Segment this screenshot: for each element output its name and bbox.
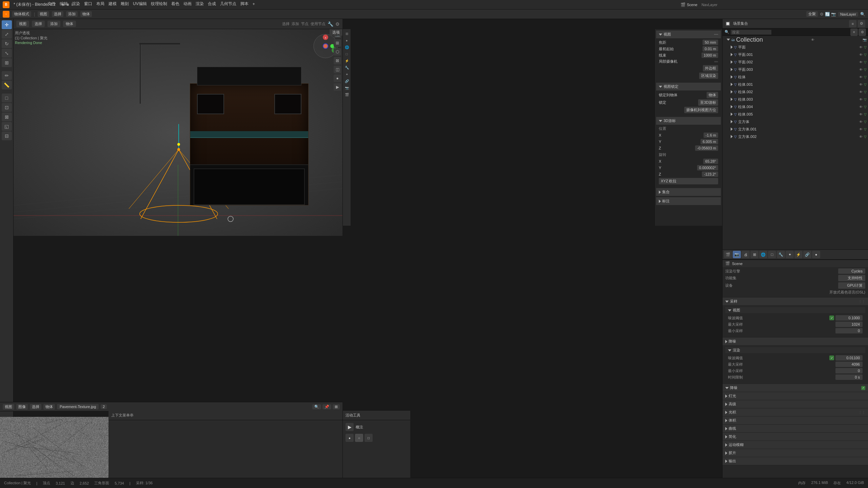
strip-icon-7[interactable]: ✦ [344,71,350,77]
options-btn[interactable]: 选项 [330,29,342,36]
max-samples-value[interactable]: 1024 [835,322,863,327]
viewport-select-btn[interactable]: 选择 [32,21,45,27]
outliner-item-plane[interactable]: ▽ 平面 👁 ▽ [723,43,868,51]
camera-to-view-value[interactable]: 摄像机到视图方位 [684,107,718,113]
image-editor-view-btn[interactable]: 视图 [3,404,14,410]
inset-tool[interactable]: ⊠ [2,113,12,121]
render-max-value[interactable]: 4096 [835,362,863,367]
material-icon-btn[interactable]: ● [812,251,820,258]
device-value[interactable]: GPU计算 [838,282,865,289]
outliner-item-cylinder[interactable]: ▽ 柱体 👁 ▽ [723,73,868,81]
strip-icon-6[interactable]: 🔧 [344,64,350,70]
add-menu-btn[interactable]: 添加 [66,11,78,17]
collection-eye-icon[interactable]: 👁 [811,38,814,42]
outliner-filter2-btn[interactable]: ⚙ [859,28,866,36]
strip-icon-1[interactable]: ⊞ [344,30,350,37]
strip-icon-9[interactable]: 📷 [344,85,350,91]
select-all-btn[interactable]: 全聚 [806,11,818,17]
strip-icon-5[interactable]: ⚡ [344,58,350,64]
view-layer-btn[interactable]: NavLayer [838,12,858,17]
image-editor-image-btn[interactable]: 图像 [16,404,28,410]
xray-btn[interactable]: ◫ [334,66,341,73]
view-menu-btn[interactable]: 视图 [38,11,49,17]
output-icon-btn[interactable]: 🖨 [742,251,750,258]
local-camera-value[interactable] [714,61,718,62]
outliner-settings-btn[interactable]: ⚙ [858,20,865,27]
extrude-tool[interactable]: ⊡ [2,103,12,112]
image-pin-btn[interactable]: 📌 [322,404,331,409]
perspective-btn[interactable]: ⊞ [334,39,341,47]
outliner-item-cube[interactable]: ▽ 立方体 👁 ▽ [723,118,868,125]
cursor-x-value[interactable]: -1.6 m [704,133,718,138]
menu-texture-paint[interactable]: 纹理绘制 [151,1,167,7]
menu-shading[interactable]: 着色 [171,1,179,7]
outliner-item-plane-003[interactable]: ▽ 平面.003 👁 ▽ [723,66,868,73]
volumes-section-header[interactable]: 体积 [723,416,868,425]
measure-tool[interactable]: 📏 [2,81,12,89]
annotations-section-header[interactable]: 标注 [656,197,721,205]
outliner-search-input[interactable] [731,30,771,35]
viewport-render-btn[interactable]: ▶ [334,83,341,91]
annotate-tool[interactable]: ✏ [2,71,12,80]
light-paths-section-header[interactable]: 光积 ⋮⋮ [723,408,868,416]
view-layer-icon-btn[interactable]: ⊞ [750,251,758,258]
focal-length-value[interactable]: 50 mm [703,40,718,45]
menu-modeling[interactable]: 建模 [108,1,117,7]
outliner-filter-btn[interactable]: ≡ [849,20,856,27]
draw-tool-1[interactable]: ● [346,434,354,442]
min-samples-value[interactable]: 0 [835,328,863,333]
draw-tool-3[interactable]: □ [364,434,373,442]
viewport-object-btn[interactable]: 物体 [63,21,76,27]
bevel-tool[interactable]: ◱ [2,122,12,131]
denoise2-section-header[interactable]: 降噪 ✓ [723,384,868,392]
image-zoom-btn[interactable]: 🔍 [312,404,321,409]
motion-blur-section-header[interactable]: 运动模糊 [723,441,868,449]
cursor-rz-value[interactable]: -123.2° [702,171,718,177]
outliner-item-plane-002[interactable]: ▽ 平面.002 👁 ▽ [723,58,868,66]
menu-sculpt[interactable]: 雕刻 [121,1,129,7]
modifier-icon-btn[interactable]: 🔧 [777,251,785,258]
object-menu-btn[interactable]: 物体 [80,11,92,17]
collection-render-icon[interactable]: 📷 [863,38,867,42]
simplify-section-header[interactable]: 简化 [723,433,868,441]
collections-section-header[interactable]: 集合 [656,188,721,196]
performance-section-header[interactable]: 输出 [723,457,868,465]
select-menu-btn[interactable]: 选择 [52,11,63,17]
viewport-add-btn[interactable]: 添加 [47,21,60,27]
render-settings-icon-btn[interactable]: 📷 [733,251,741,258]
menu-layout[interactable]: 布局 [96,1,104,7]
feature-set-value[interactable]: 支持特性 [838,275,865,281]
render-engine-value[interactable]: Cycles [838,268,865,274]
clip-start-value[interactable]: 0.01 m [703,46,718,52]
object-mode-btn[interactable]: 物体模式 [12,11,31,17]
lock-to-value[interactable]: 至3D游标 [698,99,718,106]
strip-icon-8[interactable]: 🔗 [344,78,350,84]
constraints-icon-btn[interactable]: 🔗 [803,251,811,258]
menu-render[interactable]: 渲染 [72,1,80,7]
transform-tool[interactable]: ⊞ [2,58,12,67]
image-editor-object-btn[interactable]: 物体 [43,404,55,410]
cursor-rx-value[interactable]: 65.28° [703,159,718,164]
view-section-header[interactable]: 视图 ━━ [656,30,721,38]
physics-icon-btn[interactable]: ⚡ [794,251,803,258]
menu-file[interactable]: 文件 [47,1,56,7]
image-editor-select-btn[interactable]: 选择 [30,404,41,410]
outliner-item-cylinder-001[interactable]: ▽ 柱体.001 👁 ▽ [723,81,868,88]
denoise2-checkbox[interactable]: ✓ [861,386,865,390]
cursor-ry-value[interactable]: 0.000002° [697,165,718,170]
rotate-tool[interactable]: ↻ [2,39,12,48]
outliner-item-cube-002[interactable]: ▽ 立方体.002 👁 ▽ [723,133,868,140]
strip-icon-4[interactable]: □ [344,51,350,57]
curves-section-header[interactable]: 曲线 [723,425,868,433]
image-grid-btn[interactable]: ⊞ [333,404,340,409]
viewport-view-btn[interactable]: 视图 [16,21,29,27]
3d-viewport[interactable]: X Y Z 用户透视 (1) Collection | 聚光 Rendering… [14,29,342,236]
outliner-item-plane-001[interactable]: ▽ 平面.001 👁 ▽ [723,51,868,58]
noise-thresh-checkbox[interactable]: ✓ [829,316,834,320]
outliner-view-opts-btn[interactable]: ≡ [850,28,858,36]
shading-btn[interactable]: ● [334,75,341,82]
outliner-item-cylinder-002[interactable]: ▽ 柱体.002 👁 ▽ [723,88,868,96]
rotation-mode-value[interactable]: XYZ 欧拉 [659,178,718,184]
draw-tool-2[interactable]: ○ [355,434,363,442]
image-frame-btn[interactable]: 2 [101,404,107,409]
